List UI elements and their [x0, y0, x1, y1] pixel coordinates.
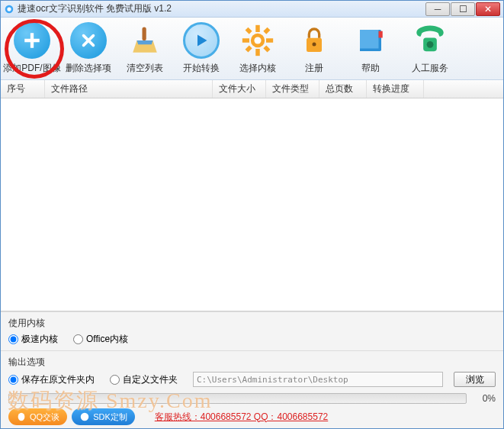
svg-point-19: [81, 413, 89, 421]
progress-bar: [8, 393, 467, 404]
minimize-button[interactable]: ─: [425, 2, 450, 16]
output-path-input[interactable]: [193, 372, 443, 387]
kernel-title: 使用内核: [8, 317, 496, 330]
delete-selected-button[interactable]: 删除选择项: [60, 22, 117, 75]
sdk-icon: [79, 411, 90, 422]
hotline-link[interactable]: 客服热线：4006685572 QQ：4006685572: [155, 411, 496, 424]
close-button[interactable]: ✕: [476, 2, 500, 16]
bottom-bar: QQ交谈 SDK定制 客服热线：4006685572 QQ：4006685572: [1, 405, 503, 428]
svg-rect-2: [143, 27, 146, 41]
svg-point-17: [427, 41, 434, 48]
add-pdf-button[interactable]: 添加PDF/图像: [4, 22, 60, 75]
play-icon: [194, 33, 209, 48]
sdk-button[interactable]: SDK定制: [72, 408, 135, 425]
plus-icon: [22, 31, 42, 50]
help-button[interactable]: 帮助: [342, 22, 399, 75]
svg-rect-11: [246, 45, 252, 52]
svg-rect-5: [255, 49, 260, 56]
window-title: 捷速ocr文字识别软件 免费试用版 v1.2: [18, 2, 425, 15]
svg-rect-9: [263, 45, 270, 52]
svg-point-14: [313, 43, 316, 47]
broom-icon: [129, 24, 161, 56]
output-original-radio[interactable]: 保存在原文件夹内: [8, 373, 95, 386]
phone-icon: [413, 24, 448, 56]
app-icon: [4, 4, 14, 15]
register-button[interactable]: 注册: [286, 22, 342, 75]
svg-rect-7: [266, 38, 273, 43]
col-pages[interactable]: 总页数: [319, 80, 367, 98]
output-title: 输出选项: [8, 356, 496, 369]
kernel-panel: 使用内核 极速内核 Office内核: [1, 311, 503, 350]
svg-point-18: [18, 413, 25, 421]
col-index[interactable]: 序号: [1, 80, 45, 98]
svg-point-12: [254, 37, 261, 44]
col-path[interactable]: 文件路径: [45, 80, 213, 98]
table-body[interactable]: [1, 98, 503, 311]
output-custom-radio[interactable]: 自定义文件夹: [110, 373, 178, 386]
svg-rect-10: [263, 27, 270, 34]
progress-row: 0%: [1, 392, 503, 405]
lock-icon: [299, 25, 329, 56]
book-icon: [355, 24, 387, 56]
gear-icon: [241, 24, 274, 57]
svg-rect-8: [246, 27, 252, 34]
table-header: 序号 文件路径 文件大小 文件类型 总页数 转换进度: [1, 80, 503, 98]
browse-button[interactable]: 浏览: [454, 372, 496, 387]
kernel-fast-radio[interactable]: 极速内核: [8, 333, 58, 346]
qq-chat-button[interactable]: QQ交谈: [8, 408, 67, 425]
x-icon: [80, 32, 97, 49]
svg-rect-6: [242, 38, 249, 43]
maximize-button[interactable]: ☐: [451, 2, 475, 16]
col-progress[interactable]: 转换进度: [367, 80, 424, 98]
start-convert-button[interactable]: 开始转换: [173, 22, 230, 75]
kernel-office-radio[interactable]: Office内核: [73, 333, 128, 346]
col-type[interactable]: 文件类型: [266, 80, 319, 98]
support-button[interactable]: 人工服务: [399, 22, 461, 75]
toolbar: 添加PDF/图像 删除选择项 清空列表 开始转换 选择内核 注册 帮助 人工服: [1, 18, 503, 80]
svg-point-1: [7, 7, 11, 11]
progress-percent: 0%: [471, 393, 496, 404]
svg-rect-4: [255, 25, 260, 32]
titlebar: 捷速ocr文字识别软件 免费试用版 v1.2 ─ ☐ ✕: [1, 1, 503, 18]
qq-icon: [16, 411, 27, 422]
clear-list-button[interactable]: 清空列表: [117, 22, 173, 75]
output-panel: 输出选项 保存在原文件夹内 自定义文件夹 浏览: [1, 350, 503, 392]
svg-rect-15: [379, 31, 383, 38]
col-size[interactable]: 文件大小: [213, 80, 266, 98]
select-kernel-button[interactable]: 选择内核: [230, 22, 286, 75]
